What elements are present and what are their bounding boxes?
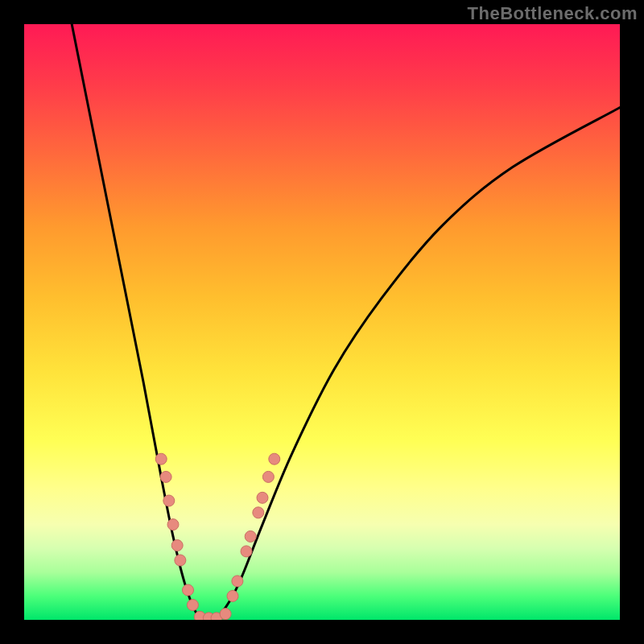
data-marker <box>163 495 175 506</box>
data-marker <box>245 530 256 542</box>
data-marker <box>175 555 186 566</box>
data-marker <box>160 471 171 482</box>
chart-stage: TheBottleneck.com <box>0 0 644 644</box>
data-marker <box>257 492 268 503</box>
data-marker <box>253 507 264 518</box>
plot-area <box>24 24 620 620</box>
data-marker <box>155 453 167 464</box>
data-marker <box>171 540 183 551</box>
data-marker <box>232 576 243 587</box>
data-marker <box>183 584 194 596</box>
bottleneck-curve-path <box>72 24 620 620</box>
data-marker <box>227 590 238 601</box>
data-marker <box>269 453 280 464</box>
watermark-label: TheBottleneck.com <box>468 3 638 24</box>
data-marker <box>262 471 274 482</box>
data-marker <box>167 519 179 530</box>
data-marker <box>220 609 231 620</box>
data-marker <box>241 546 252 557</box>
data-marker <box>187 600 198 611</box>
chart-svg <box>24 24 620 620</box>
